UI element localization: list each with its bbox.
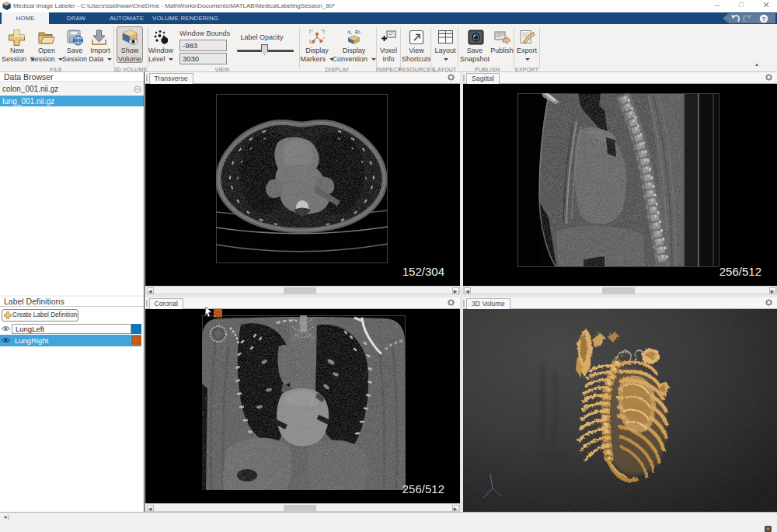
svg-text:‹L: ‹L [347, 30, 352, 35]
svg-text:?: ? [762, 16, 766, 23]
svg-text:R›: R› [355, 30, 361, 35]
